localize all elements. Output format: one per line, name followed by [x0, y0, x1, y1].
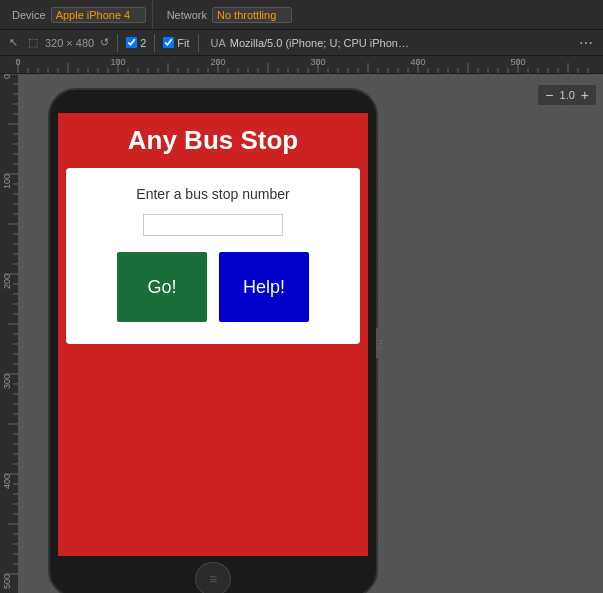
go-button[interactable]: Go!	[117, 252, 207, 322]
app-header: Any Bus Stop	[58, 113, 368, 164]
phone-home-button[interactable]: ≡	[195, 562, 231, 593]
horizontal-ruler	[0, 56, 603, 74]
zoom-out-button[interactable]: −	[543, 87, 555, 103]
secondary-toolbar: ↖ ⬚ 320 × 480 ↺ 2 Fit UA Mozilla/5.0 (iP…	[0, 30, 603, 56]
zoom-controls: − 1.0 +	[537, 84, 597, 106]
network-dropdown-wrap[interactable]: No throttling	[212, 7, 292, 23]
more-options-button[interactable]: ⋯	[575, 35, 597, 51]
network-label: Network	[167, 9, 207, 21]
device-toolbar: Device Apple iPhone 4 Network No throttl…	[0, 0, 603, 30]
fit-checkbox[interactable]	[163, 37, 174, 48]
resize-handle[interactable]: ⋮	[376, 328, 386, 358]
fit-label[interactable]: Fit	[163, 37, 189, 49]
pixel-ratio-checkbox[interactable]	[126, 37, 137, 48]
device-select[interactable]: Apple iPhone 4	[51, 7, 146, 23]
width-value: 320	[45, 37, 63, 49]
phone-frame: Any Bus Stop Enter a bus stop number Go!…	[48, 88, 378, 593]
zoom-in-button[interactable]: +	[579, 87, 591, 103]
network-select[interactable]: No throttling	[212, 7, 292, 23]
device-label: Device	[12, 9, 46, 21]
main-area: − 1.0 + Any Bus Stop Enter a bus stop nu…	[0, 74, 603, 593]
pointer-icon[interactable]: ↖	[6, 34, 21, 51]
pixel-ratio-label[interactable]: 2	[126, 37, 146, 49]
viewport-wrapper: − 1.0 + Any Bus Stop Enter a bus stop nu…	[18, 74, 603, 593]
h-ruler-canvas	[0, 56, 603, 73]
help-button[interactable]: Help!	[219, 252, 309, 322]
separator-3	[198, 34, 199, 52]
zoom-value: 1.0	[560, 89, 575, 101]
rotate-icon[interactable]: ↺	[100, 36, 109, 49]
home-icon: ≡	[209, 571, 217, 587]
bus-stop-input[interactable]	[143, 214, 283, 236]
separator-2	[154, 34, 155, 52]
device-section: Device Apple iPhone 4	[6, 0, 153, 29]
ua-value: Mozilla/5.0 (iPhone; U; CPU iPhone O...	[230, 37, 410, 49]
input-label: Enter a bus stop number	[80, 186, 346, 202]
fit-value: Fit	[177, 37, 189, 49]
card-buttons: Go! Help!	[80, 252, 346, 322]
height-value: 480	[76, 37, 94, 49]
ua-label: UA	[211, 37, 226, 49]
v-ruler-canvas	[0, 74, 18, 593]
device-dropdown-wrap[interactable]: Apple iPhone 4	[51, 7, 146, 23]
phone-screen: Any Bus Stop Enter a bus stop number Go!…	[58, 113, 368, 556]
dimensions-display: 320 × 480	[45, 37, 94, 49]
inspect-icon[interactable]: ⬚	[25, 34, 41, 51]
app-title: Any Bus Stop	[68, 125, 358, 156]
network-section: Network No throttling	[161, 0, 298, 29]
separator-1	[117, 34, 118, 52]
app-card: Enter a bus stop number Go! Help!	[66, 168, 360, 344]
pixel-ratio-value: 2	[140, 37, 146, 49]
drag-icon: ⋮	[376, 338, 386, 349]
dim-separator: ×	[66, 37, 72, 49]
